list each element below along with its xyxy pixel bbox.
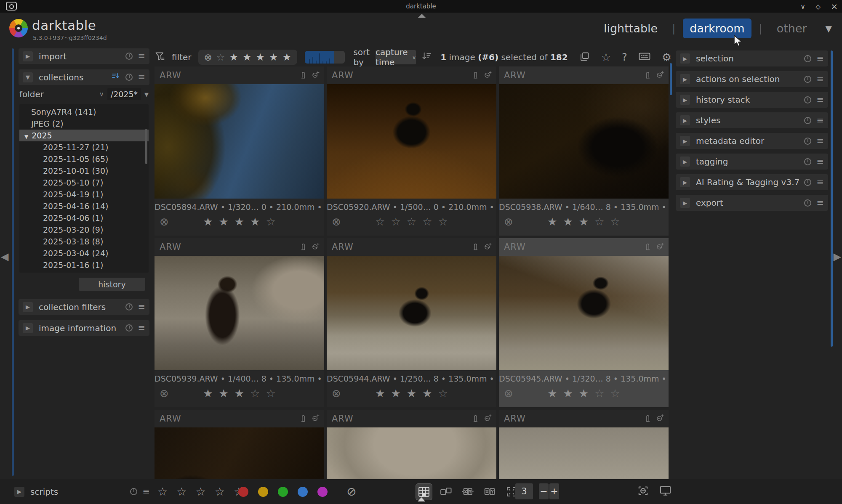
presets-icon[interactable]: ≡ bbox=[142, 487, 150, 496]
clear-color-label-icon[interactable]: ⊘ bbox=[346, 485, 356, 499]
star-filter-4[interactable]: ★ bbox=[269, 51, 278, 63]
presets-icon[interactable]: ≡ bbox=[816, 75, 824, 84]
reset-icon[interactable] bbox=[125, 53, 133, 60]
star-rating[interactable]: ★★★☆☆ bbox=[547, 215, 620, 228]
rate-3-star-icon[interactable]: ☆ bbox=[195, 485, 205, 498]
help-icon[interactable]: ? bbox=[622, 51, 627, 63]
range-rating-histogram[interactable] bbox=[305, 51, 345, 64]
photo-thumbnail[interactable] bbox=[155, 256, 324, 370]
sort-collections-icon[interactable] bbox=[111, 72, 120, 83]
focus-detection-icon[interactable] bbox=[637, 484, 650, 499]
reject-icon[interactable]: ⊗ bbox=[160, 215, 169, 228]
folder-item[interactable]: 2025-05-10 (7) bbox=[19, 177, 149, 188]
minimize-icon[interactable]: ∨ bbox=[800, 3, 805, 11]
reset-icon[interactable] bbox=[125, 324, 133, 332]
photo-thumbnail[interactable] bbox=[327, 256, 496, 370]
preferences-gear-icon[interactable]: ⚙ bbox=[662, 51, 671, 64]
thumbnail-cell[interactable]: ARW DSC05894.ARW • 1/320… 0 • 210.0mm • … bbox=[155, 66, 324, 236]
panel-actions-on-selection[interactable]: ▶ actions on selection ≡ bbox=[676, 71, 828, 87]
tree-expanded-icon[interactable]: ▼ bbox=[24, 134, 28, 140]
reset-icon[interactable] bbox=[125, 74, 133, 81]
collection-property-label[interactable]: folder bbox=[19, 89, 44, 99]
star-filter-1[interactable]: ★ bbox=[229, 51, 238, 63]
folder-list-scrollbar[interactable] bbox=[145, 129, 147, 164]
collapse-bottom-panel-arrow[interactable] bbox=[418, 497, 425, 501]
star-filter-2[interactable]: ★ bbox=[242, 51, 252, 63]
photo-thumbnail[interactable] bbox=[327, 84, 496, 199]
filter-funnel-icon[interactable] bbox=[155, 51, 166, 64]
expander-icon[interactable]: ▶ bbox=[23, 302, 33, 312]
presets-icon[interactable]: ≡ bbox=[816, 199, 824, 207]
reset-icon[interactable] bbox=[804, 117, 811, 124]
star-filter-5[interactable]: ★ bbox=[282, 51, 292, 63]
property-chevron-icon[interactable]: ∨ bbox=[99, 90, 104, 98]
grid-scrollbar[interactable] bbox=[670, 63, 672, 95]
presets-icon[interactable]: ≡ bbox=[138, 302, 145, 311]
star-rating[interactable]: ★★★☆☆ bbox=[203, 387, 276, 400]
presets-icon[interactable]: ≡ bbox=[816, 178, 824, 187]
sort-direction-icon[interactable] bbox=[421, 51, 432, 64]
color-label-blue[interactable] bbox=[298, 487, 308, 497]
panel-collection-filters[interactable]: ▶ collection filters ≡ bbox=[19, 299, 149, 315]
panel-styles[interactable]: ▶ styles ≡ bbox=[676, 112, 828, 128]
reset-icon[interactable] bbox=[804, 55, 811, 62]
folder-item[interactable]: 2025-03-04 (24) bbox=[19, 247, 149, 259]
panel-tagging[interactable]: ▶ tagging ≡ bbox=[676, 154, 828, 170]
layout-culling-fixed-icon[interactable] bbox=[482, 484, 498, 500]
reject-icon[interactable]: ⊗ bbox=[160, 387, 169, 400]
presets-icon[interactable]: ≡ bbox=[816, 157, 824, 166]
panel-scripts[interactable]: ▶ scripts ≡ bbox=[14, 479, 150, 504]
expander-icon[interactable]: ▶ bbox=[680, 53, 690, 64]
folder-item[interactable]: 2025-11-27 (21) bbox=[19, 141, 149, 153]
collapse-top-panel-arrow[interactable] bbox=[418, 14, 426, 18]
right-panel-scrollbar[interactable] bbox=[831, 50, 833, 347]
thumbnail-cell[interactable]: ARW DSC05939.ARW • 1/400… 8 • 135.0mm • … bbox=[155, 238, 324, 407]
expander-icon[interactable]: ▶ bbox=[680, 198, 690, 208]
folder-item[interactable]: 2025-03-18 (8) bbox=[19, 236, 149, 247]
folder-item-selected[interactable]: ▼2025 bbox=[19, 130, 149, 141]
layout-zoomable-icon[interactable] bbox=[438, 484, 454, 500]
reset-icon[interactable] bbox=[804, 158, 811, 165]
color-label-yellow[interactable] bbox=[258, 487, 268, 497]
photo-thumbnail[interactable] bbox=[155, 427, 324, 479]
reject-icon[interactable]: ⊗ bbox=[504, 215, 513, 228]
expand-left-panel-arrow[interactable]: ◀ bbox=[1, 251, 8, 263]
reset-icon[interactable] bbox=[804, 76, 811, 83]
color-label-green[interactable] bbox=[278, 487, 288, 497]
folder-item[interactable]: JPEG (2) bbox=[19, 118, 149, 130]
reset-icon[interactable] bbox=[804, 138, 811, 145]
folder-item[interactable]: 2025-03-20 (9) bbox=[19, 224, 149, 236]
color-label-purple[interactable] bbox=[317, 487, 328, 497]
folder-item[interactable]: 2025-04-19 (1) bbox=[19, 188, 149, 200]
tab-lighttable[interactable]: lighttable bbox=[597, 19, 664, 38]
history-button[interactable]: history bbox=[79, 278, 145, 291]
expander-icon[interactable]: ▼ bbox=[23, 72, 33, 82]
presets-icon[interactable]: ≡ bbox=[138, 324, 145, 332]
thumbnail-cell[interactable]: ARW bbox=[155, 410, 324, 479]
expand-right-panel-arrow[interactable]: ▶ bbox=[834, 251, 841, 263]
expander-icon[interactable]: ▶ bbox=[680, 157, 690, 167]
presets-icon[interactable]: ≡ bbox=[816, 95, 824, 104]
reset-icon[interactable] bbox=[125, 303, 133, 310]
expander-icon[interactable]: ▶ bbox=[680, 136, 690, 146]
expander-icon[interactable]: ▶ bbox=[14, 487, 24, 497]
photo-thumbnail[interactable] bbox=[499, 84, 669, 199]
presets-icon[interactable]: ≡ bbox=[816, 54, 824, 63]
panel-image-information[interactable]: ▶ image information ≡ bbox=[19, 320, 149, 336]
photo-thumbnail[interactable] bbox=[155, 84, 324, 199]
zoom-in-button[interactable]: + bbox=[549, 483, 559, 499]
presets-icon[interactable]: ≡ bbox=[138, 73, 145, 82]
reset-icon[interactable] bbox=[804, 96, 811, 103]
grouping-icon[interactable] bbox=[579, 51, 590, 64]
thumbnail-cell[interactable]: ARW bbox=[499, 410, 669, 479]
star-rating[interactable]: ★★★☆☆ bbox=[547, 387, 620, 400]
panel-collections[interactable]: ▼ collections ≡ bbox=[19, 69, 149, 85]
rate-1-star-icon[interactable]: ☆ bbox=[157, 485, 168, 498]
shortcuts-keyboard-icon[interactable] bbox=[638, 50, 651, 64]
filter-dropdown-icon[interactable]: ▼ bbox=[144, 91, 149, 98]
rate-4-star-icon[interactable]: ☆ bbox=[215, 485, 225, 498]
close-icon[interactable]: × bbox=[831, 1, 838, 11]
display-profile-icon[interactable] bbox=[659, 484, 672, 499]
reject-icon[interactable]: ⊗ bbox=[504, 387, 513, 400]
expander-icon[interactable]: ▶ bbox=[680, 177, 690, 187]
